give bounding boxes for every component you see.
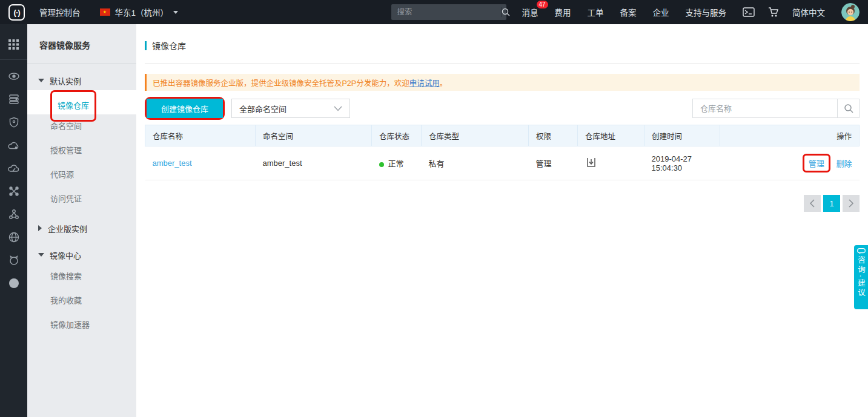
dot-product-icon[interactable] bbox=[0, 272, 27, 295]
globe-product-icon[interactable] bbox=[0, 226, 27, 249]
page-header: 镜像仓库 bbox=[145, 24, 860, 64]
col-namespace: 命名空间 bbox=[256, 125, 372, 146]
content-area: 镜像仓库 已推出容器镜像服务企业版，提供企业级镜像安全托管及P2P分发能力，欢迎… bbox=[136, 24, 868, 417]
repo-search bbox=[692, 99, 860, 118]
page-title: 镜像仓库 bbox=[152, 39, 186, 51]
table-header-row: 仓库名称 命名空间 仓库状态 仓库类型 权限 仓库地址 创建时间 操作 bbox=[145, 125, 860, 146]
banner-suffix: 。 bbox=[440, 77, 448, 88]
repo-name-link[interactable]: amber_test bbox=[153, 159, 192, 168]
notice-banner: 已推出容器镜像服务企业版，提供企业级镜像安全托管及P2P分发能力，欢迎申请试用。 bbox=[145, 74, 860, 91]
col-created-time: 创建时间 bbox=[644, 125, 720, 146]
col-permission: 权限 bbox=[529, 125, 578, 146]
create-repo-button[interactable]: 创建镜像仓库 bbox=[147, 99, 223, 118]
feedback-widget-label: 咨询·建议 bbox=[855, 256, 867, 298]
sidebar-section-default-instance[interactable]: 默认实例 bbox=[27, 64, 136, 90]
namespace-filter-dropdown[interactable]: 全部命名空间 bbox=[231, 99, 350, 118]
global-search-input[interactable] bbox=[391, 8, 501, 16]
delete-action-link[interactable]: 删除 bbox=[836, 159, 852, 168]
cell-actions: 管理 删除 bbox=[720, 146, 860, 180]
alibaba-cloud-logo-icon[interactable]: (-) bbox=[8, 4, 25, 21]
annotation-box-manage-action: 管理 bbox=[803, 154, 830, 172]
china-flag-icon: ★ bbox=[100, 8, 110, 16]
col-repo-address: 仓库地址 bbox=[578, 125, 644, 146]
status-dot-icon bbox=[379, 162, 384, 167]
region-label: 华东1（杭州） bbox=[115, 6, 169, 18]
cell-repo-address bbox=[578, 146, 644, 180]
mascot-product-icon[interactable] bbox=[0, 249, 27, 272]
rail-divider bbox=[0, 59, 27, 60]
triangle-down-icon bbox=[38, 253, 44, 257]
enterprise-link[interactable]: 企业 bbox=[653, 6, 669, 18]
pagination: 1 bbox=[145, 195, 860, 212]
banner-text: 已推出容器镜像服务企业版，提供企业级镜像安全托管及P2P分发能力，欢迎 bbox=[153, 77, 409, 88]
messages-link[interactable]: 消息47 bbox=[522, 6, 538, 18]
annotation-box-create-button: 创建镜像仓库 bbox=[145, 97, 225, 120]
repo-search-icon[interactable] bbox=[837, 99, 859, 117]
avatar[interactable] bbox=[841, 3, 860, 21]
chat-icon bbox=[857, 248, 866, 254]
messages-badge: 47 bbox=[537, 1, 548, 8]
language-switcher[interactable]: 简体中文 bbox=[792, 6, 825, 18]
sidebar-item-image-repos[interactable]: 镜像仓库 bbox=[27, 90, 136, 114]
triangle-right-icon bbox=[38, 225, 42, 231]
topbar-menu: 消息47 费用 工单 备案 企业 支持与服务 简体中文 bbox=[522, 6, 842, 18]
global-search bbox=[391, 4, 506, 20]
main-layout: 容器镜像服务 默认实例 镜像仓库 命名空间 授权管理 代码源 访问凭证 企业版实… bbox=[0, 24, 868, 417]
page-number-button[interactable]: 1 bbox=[823, 195, 840, 212]
sidebar-item-image-search[interactable]: 镜像搜索 bbox=[27, 264, 136, 289]
network-nodes-product-icon[interactable] bbox=[0, 180, 27, 203]
copy-address-icon[interactable] bbox=[585, 156, 597, 168]
chevron-down-icon bbox=[173, 11, 178, 14]
cell-status: 正常 bbox=[372, 146, 422, 180]
cell-namespace: amber_test bbox=[256, 146, 372, 180]
cloud-storage-product-icon[interactable] bbox=[0, 134, 27, 157]
shopping-cart-icon[interactable] bbox=[768, 7, 779, 18]
cloudshell-terminal-icon[interactable] bbox=[743, 7, 755, 17]
prev-page-button[interactable] bbox=[804, 195, 821, 212]
molecule-product-icon[interactable] bbox=[0, 203, 27, 226]
region-selector[interactable]: ★ 华东1（杭州） bbox=[100, 6, 179, 18]
col-repo-name: 仓库名称 bbox=[145, 125, 256, 146]
repo-search-input[interactable] bbox=[693, 99, 837, 117]
search-icon[interactable] bbox=[501, 7, 510, 17]
feedback-widget[interactable]: 咨询·建议 bbox=[854, 245, 868, 309]
sidebar: 容器镜像服务 默认实例 镜像仓库 命名空间 授权管理 代码源 访问凭证 企业版实… bbox=[27, 24, 136, 417]
console-home-link[interactable]: 管理控制台 bbox=[39, 6, 81, 18]
triangle-down-icon bbox=[38, 79, 44, 82]
cell-permission: 管理 bbox=[529, 146, 578, 180]
manage-action-link[interactable]: 管理 bbox=[809, 159, 824, 168]
sidebar-item-authorization[interactable]: 授权管理 bbox=[27, 139, 136, 163]
support-link[interactable]: 支持与服务 bbox=[686, 6, 727, 18]
ecs-product-icon[interactable] bbox=[0, 65, 27, 88]
topbar: (-) 管理控制台 ★ 华东1（杭州） 消息47 费用 工单 备案 企业 支持与… bbox=[0, 0, 868, 24]
cell-repo-type: 私有 bbox=[422, 146, 529, 180]
apps-grid-icon[interactable] bbox=[0, 33, 27, 56]
col-repo-type: 仓库类型 bbox=[422, 125, 529, 146]
sidebar-item-access-credentials[interactable]: 访问凭证 bbox=[27, 187, 136, 211]
next-page-button[interactable] bbox=[843, 195, 860, 212]
sidebar-item-my-favorites[interactable]: 我的收藏 bbox=[27, 289, 136, 313]
cell-created-time: 2019-04-27 15:04:30 bbox=[644, 146, 720, 180]
col-actions: 操作 bbox=[720, 125, 860, 146]
sidebar-item-namespaces[interactable]: 命名空间 bbox=[27, 114, 136, 139]
apply-trial-link[interactable]: 申请试用 bbox=[409, 77, 440, 88]
cdn-product-icon[interactable] bbox=[0, 157, 27, 180]
billing-link[interactable]: 费用 bbox=[555, 6, 571, 18]
icp-link[interactable]: 备案 bbox=[620, 6, 637, 18]
sidebar-item-code-source[interactable]: 代码源 bbox=[27, 163, 136, 187]
sidebar-title: 容器镜像服务 bbox=[27, 24, 136, 64]
sidebar-item-image-accelerator[interactable]: 镜像加速器 bbox=[27, 313, 136, 337]
toolbar: 创建镜像仓库 全部命名空间 bbox=[145, 97, 860, 120]
col-repo-status: 仓库状态 bbox=[372, 125, 422, 146]
title-accent-bar bbox=[145, 41, 147, 50]
server-stack-product-icon[interactable] bbox=[0, 88, 27, 111]
security-product-icon[interactable] bbox=[0, 111, 27, 134]
sidebar-section-enterprise-instance[interactable]: 企业版实例 bbox=[27, 211, 136, 238]
tickets-link[interactable]: 工单 bbox=[588, 6, 604, 18]
repo-table: 仓库名称 命名空间 仓库状态 仓库类型 权限 仓库地址 创建时间 操作 ambe… bbox=[145, 125, 860, 180]
table-row: amber_test amber_test 正常 私有 管理 2019-04-2… bbox=[145, 146, 860, 180]
sidebar-section-image-center[interactable]: 镜像中心 bbox=[27, 238, 136, 264]
product-icon-rail bbox=[0, 24, 27, 417]
